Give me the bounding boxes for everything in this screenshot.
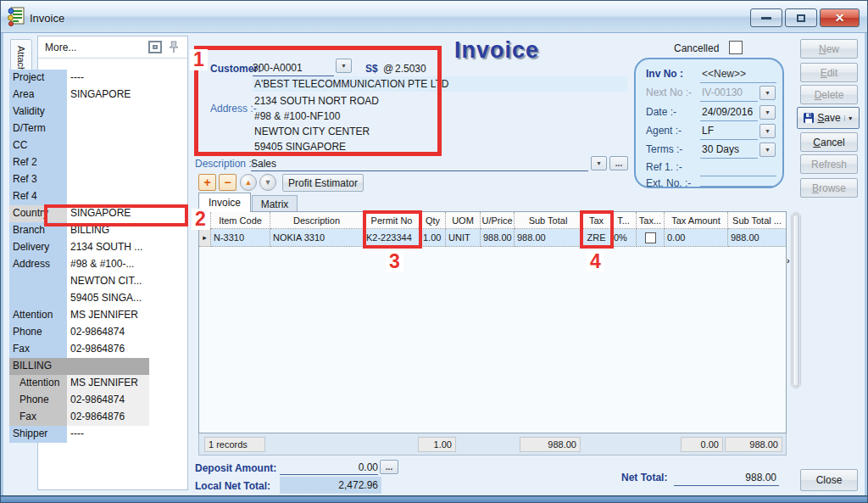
cancelled-label: Cancelled xyxy=(674,42,719,54)
currency-code: S$ xyxy=(365,63,378,75)
chevron-down-icon: ▼ xyxy=(341,63,347,69)
terms-dropdown-button[interactable]: ▼ xyxy=(760,143,776,157)
col-permit-no[interactable]: Permit No xyxy=(364,212,420,229)
sidebar-row-phone: Phone02-9864874 xyxy=(9,324,149,341)
agent-dropdown-button[interactable]: ▼ xyxy=(760,124,776,138)
col-t[interactable]: T... xyxy=(611,212,637,229)
sidebar-row-dterm: D/Term xyxy=(9,120,149,137)
cell-description[interactable]: NOKIA 3310 xyxy=(270,229,364,247)
cell-t[interactable]: 0% xyxy=(611,229,637,247)
new-button[interactable]: New xyxy=(800,39,858,59)
browse-button[interactable]: Browse xyxy=(800,178,858,198)
invoice-watermark: Invoice xyxy=(454,37,539,64)
col-tax-amount[interactable]: Tax Amount xyxy=(665,212,728,229)
address-label: Address :- xyxy=(210,103,257,115)
footer-qty: 1.00 xyxy=(418,437,456,452)
date-dropdown-button[interactable]: ▼ xyxy=(760,105,776,120)
col-sub-total-2[interactable]: Sub Total ... xyxy=(728,212,786,229)
col-tax-inclusive[interactable]: Tax... xyxy=(637,212,665,229)
col-uom[interactable]: UOM xyxy=(446,212,481,229)
profit-estimator-button[interactable]: Profit Estimator xyxy=(282,174,364,192)
ext-no-field[interactable] xyxy=(700,186,776,187)
refresh-button[interactable]: Refresh xyxy=(800,154,858,174)
delete-button[interactable]: Delete xyxy=(800,85,858,104)
save-dropdown-arrow[interactable]: ▼ xyxy=(844,115,854,121)
next-no-dropdown-button[interactable]: ▼ xyxy=(760,86,776,100)
next-no-value[interactable]: IV-00130 xyxy=(702,87,743,98)
remove-row-button[interactable]: − xyxy=(219,174,236,191)
agent-value[interactable]: LF xyxy=(702,125,714,137)
annotation-number-3: 3 xyxy=(386,251,403,272)
address-line-1: 2134 SOUTH NORT ROAD xyxy=(254,95,379,107)
customer-name: A'BEST TELECOMMUNICATION PTE LTD xyxy=(253,76,627,92)
ref1-label: Ref 1. :- xyxy=(646,161,682,173)
sidebar-row-attention: AttentionMS JENNIFER xyxy=(9,307,149,324)
footer-sub-total: 988.00 xyxy=(520,437,581,452)
col-u-price[interactable]: U/Price xyxy=(481,212,515,229)
bottom-scroll-strip[interactable] xyxy=(1,495,867,502)
ref1-field[interactable] xyxy=(700,176,776,176)
terms-value[interactable]: 30 Days xyxy=(702,143,739,155)
cell-tax[interactable]: ZRE xyxy=(582,229,611,247)
cell-u-price[interactable]: 988.00 xyxy=(481,229,515,247)
cell-permit-no[interactable]: K2-223344 xyxy=(364,229,420,247)
address-line-4: 59405 SINGAPORE xyxy=(254,141,346,153)
add-row-button[interactable]: + xyxy=(198,174,216,191)
cell-qty[interactable]: 1.00 xyxy=(420,229,446,247)
arrow-up-icon: ▲ xyxy=(245,178,253,187)
col-item-code[interactable]: Item Code xyxy=(211,212,270,229)
customer-dropdown-button[interactable]: ▼ xyxy=(336,59,352,73)
cancel-button[interactable]: Cancel xyxy=(800,132,858,152)
move-up-button[interactable]: ▲ xyxy=(240,174,257,191)
customer-code-field[interactable]: 300-A0001 xyxy=(253,58,334,76)
pin-icon[interactable] xyxy=(167,40,181,54)
description-more-button[interactable]: ... xyxy=(609,156,628,170)
cancelled-checkbox[interactable] xyxy=(729,41,743,54)
cell-sub-total[interactable]: 988.00 xyxy=(515,229,582,247)
description-dropdown-button[interactable]: ▼ xyxy=(591,156,607,170)
cell-tax-amount[interactable]: 0.00 xyxy=(665,229,728,247)
sidebar-row-shipper: Shipper---- xyxy=(9,426,149,443)
grid-vertical-scrollbar[interactable] xyxy=(791,212,801,388)
col-qty[interactable]: Qty xyxy=(420,212,446,229)
deposit-amount-field[interactable]: 0.00 xyxy=(280,459,378,475)
ellipsis-icon: ... xyxy=(386,462,392,472)
description-field[interactable]: Sales xyxy=(251,154,588,171)
grid-header-row: Item Code Description Permit No Qty UOM … xyxy=(199,212,786,229)
sidebar-row-delivery: Delivery2134 SOUTH ... xyxy=(9,239,149,256)
splitter-arrow-icon[interactable]: › xyxy=(787,255,793,269)
col-tax[interactable]: Tax xyxy=(582,212,611,229)
date-value[interactable]: 24/09/2016 xyxy=(702,106,753,118)
records-count: 1 records xyxy=(204,437,265,452)
ellipsis-icon: ... xyxy=(615,159,622,168)
minimize-button[interactable] xyxy=(750,8,782,27)
annotation-number-2: 2 xyxy=(192,209,209,230)
grid-data-row[interactable]: ▸ N-3310 NOKIA 3310 K2-223344 1.00 UNIT … xyxy=(199,229,786,247)
cell-item-code[interactable]: N-3310 xyxy=(211,229,270,247)
tab-matrix[interactable]: Matrix xyxy=(252,195,298,212)
move-down-button[interactable]: ▼ xyxy=(259,174,276,191)
cell-sub-total-2[interactable]: 988.00 xyxy=(728,229,786,247)
tax-inclusive-checkbox[interactable] xyxy=(645,232,656,243)
local-net-total-value: 2,472.96 xyxy=(280,477,381,494)
edit-button[interactable]: Edit xyxy=(800,63,858,82)
col-description[interactable]: Description xyxy=(270,212,364,229)
close-button[interactable]: Close xyxy=(800,469,858,491)
sidebar-row-billing-attention: AttentionMS JENNIFER xyxy=(9,375,149,392)
cell-tax-inclusive xyxy=(637,229,665,247)
window-title: Invoice xyxy=(30,12,64,25)
dock-icon[interactable] xyxy=(148,41,162,53)
col-sub-total[interactable]: Sub Total xyxy=(515,212,582,229)
save-button[interactable]: Save ▼ xyxy=(797,107,860,129)
sidebar-row-ref4: Ref 4 xyxy=(9,188,149,205)
sidebar-row-address3: 59405 SINGA... xyxy=(9,290,149,307)
scrollbar-thumb[interactable] xyxy=(793,214,799,387)
cell-uom[interactable]: UNIT xyxy=(446,229,481,247)
more-label[interactable]: More... xyxy=(45,42,76,53)
description-label: Description :- xyxy=(195,158,255,170)
net-total-label: Net Total: xyxy=(621,472,667,483)
maximize-button[interactable] xyxy=(785,8,817,27)
close-window-button[interactable]: ✕ xyxy=(820,8,860,27)
deposit-more-button[interactable]: ... xyxy=(380,460,398,474)
net-total-value: 988.00 xyxy=(695,472,776,483)
